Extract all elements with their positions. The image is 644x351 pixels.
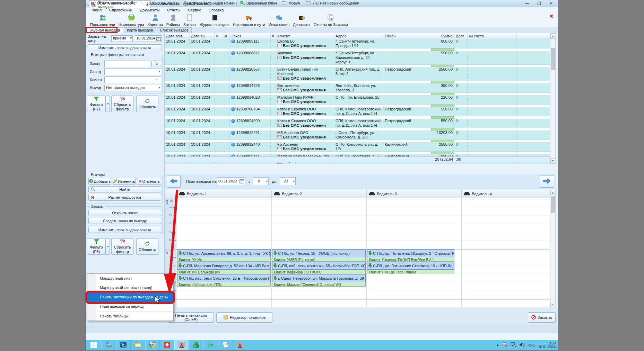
menu-item-print-receipts-day[interactable]: Печать квитанций по выездам за день xyxy=(87,292,173,302)
filter-f7-dropdown[interactable]: ▼ xyxy=(106,96,110,112)
trip-entry[interactable]: С-Пб, Маршала Говорова д. 52 оф 104 - ИП… xyxy=(177,262,271,274)
hour-from-select[interactable]: 0 xyxy=(253,177,269,185)
toolbar-incassation[interactable]: Инкассация xyxy=(267,14,291,27)
taskbar-agbis[interactable] xyxy=(174,340,189,350)
toolbar-order-reports[interactable]: Отчеты по Заказам xyxy=(312,14,350,27)
taskbar-chrome[interactable] xyxy=(145,340,160,350)
close-panel-button[interactable]: Закрыть xyxy=(528,312,556,323)
table-scrollbar[interactable]: ▲ ▼ xyxy=(550,33,556,164)
schedule-grid[interactable]: 5 00 1020304050 6 00 1020304050 7 00 С xyxy=(165,198,550,307)
filter-f8-button[interactable]: Фильтр (F8) xyxy=(87,238,106,255)
order-filter-input[interactable] xyxy=(104,61,150,67)
col-k[interactable]: К xyxy=(271,33,276,39)
table-row[interactable]: 10.01.2024 10.01.2024 12398814226 Вет. к… xyxy=(165,83,550,93)
route-calc-button[interactable]: Я Расчет маршрутов xyxy=(88,194,161,201)
client-filter-input[interactable] xyxy=(104,76,161,83)
find-trip-button[interactable]: Найти xyxy=(88,186,161,192)
status-messages[interactable]: ЛК: Нет новых сообщений xyxy=(313,1,359,5)
trip-entry[interactable]: С-Пб., пр. Пятилеток 10,корпус 2 - Стриж… xyxy=(367,249,454,262)
tray-expand-icon[interactable]: ▲ xyxy=(496,343,499,346)
change-term-button-bottom[interactable]: Изменить срок выдачи заказа xyxy=(88,227,161,233)
taskbar-notepad[interactable] xyxy=(218,340,233,350)
client-more-button[interactable]: ... xyxy=(155,77,158,81)
table-row[interactable]: 10.01.2024 10.01.2024 12398812491 МЗ Арс… xyxy=(165,130,550,140)
speaker-icon[interactable] xyxy=(519,342,524,348)
polygon-editor-button[interactable]: Редактор полигонов xyxy=(216,312,272,323)
col-address[interactable]: Адрес xyxy=(334,33,383,39)
table-row[interactable]: 10.01.2024 10.01.2024 12398820567 Бутик … xyxy=(165,67,550,81)
tray-clock[interactable]: 9:58 10.01.2024 xyxy=(538,341,556,349)
calendar-icon[interactable] xyxy=(240,179,244,184)
driver-1-header[interactable]: Водитель 1 xyxy=(176,190,271,198)
table-row[interactable]: 10.01.2024 10.01.2024 12398824999 Каток … xyxy=(165,119,550,128)
schedule-scroll-thumb[interactable] xyxy=(551,196,555,213)
taskbar-explorer[interactable] xyxy=(131,340,145,350)
trip-entry[interactable]: С-Пб., ул. Чехова, 15 - УМВД (Гос контр)… xyxy=(272,249,366,262)
cancel-trip-button[interactable]: ✕ Отменить xyxy=(137,178,161,185)
col-client[interactable]: Клиент xyxy=(276,33,334,39)
stock-filter-select[interactable] xyxy=(104,69,161,75)
change-term-button-top[interactable]: Изменить срок выдачи заказа xyxy=(88,44,162,51)
language-indicator[interactable]: РУС xyxy=(528,343,535,347)
toolbar-trip-journal[interactable]: Журнал выездов xyxy=(198,14,231,27)
toolbar-clients[interactable]: Клиенты xyxy=(146,14,165,27)
menu-help[interactable]: Справка xyxy=(206,8,227,12)
taskbar-powershell[interactable] xyxy=(116,340,131,350)
toolbar-deposits[interactable]: Депозиты xyxy=(291,14,312,27)
trip-entry[interactable]: С-Пб., наб. реки Смоленки, 25 Е - Лабора… xyxy=(177,274,271,287)
date-mode-select[interactable]: приема xyxy=(111,35,133,42)
status-forum[interactable]: Форум xyxy=(289,1,300,5)
tab-trip-journal[interactable]: Журнал выездов xyxy=(87,27,123,33)
toolbar-nomenclature[interactable]: Номенклатура xyxy=(117,14,146,27)
reset-filter-button-top[interactable]: Сбросить фильтр xyxy=(111,96,133,112)
network-icon[interactable] xyxy=(511,342,516,348)
print-receipts-button[interactable]: Печать квитанции (Ctrl+P) xyxy=(168,312,214,323)
minimize-button[interactable]: — xyxy=(525,1,529,6)
next-day-button[interactable] xyxy=(540,175,554,188)
close-button[interactable]: ✕ xyxy=(549,1,553,6)
col-date-measured[interactable]: Дата зам... xyxy=(165,33,190,39)
scroll-down-icon[interactable]: ▼ xyxy=(550,302,555,307)
scroll-up-icon[interactable]: ▲ xyxy=(550,34,555,39)
start-button[interactable] xyxy=(86,340,102,350)
toolbar-districts[interactable]: Районы xyxy=(165,14,182,27)
menu-service[interactable]: Сервис xyxy=(185,8,204,12)
table-scroll-thumb[interactable] xyxy=(551,48,555,70)
menu-item-trip-plan-period[interactable]: План выездов за период xyxy=(87,302,173,311)
refresh-button-top[interactable]: Обновить xyxy=(136,96,158,112)
tab-trip-list[interactable]: Список выездов xyxy=(157,27,191,33)
col-date-out[interactable]: Дата вы... xyxy=(190,33,215,39)
trip-entry[interactable]: С-Пб, наб. реки Фонтанки, 55 - Кафе-бар … xyxy=(272,262,366,274)
create-order-button[interactable]: Создать заказ по выезду xyxy=(88,218,161,224)
table-row[interactable]: 10.01.2024 10.01.2024 12398814020 Магази… xyxy=(165,95,550,105)
calendar-icon[interactable] xyxy=(156,36,161,42)
driver-4-header[interactable]: Водитель 4 xyxy=(461,190,550,198)
table-row[interactable]: 10.01.2024 10.01.2024 12398812440 КБ Арс… xyxy=(165,142,550,152)
taskbar-agbis-2[interactable] xyxy=(233,340,247,350)
table-row[interactable]: 10.01.2024 10.01.2024 12398809113 Школа … xyxy=(165,39,550,48)
scroll-down-icon[interactable]: ▼ xyxy=(550,158,555,163)
hour-to-select[interactable]: 23 xyxy=(280,177,296,185)
maximize-button[interactable]: ❐ xyxy=(537,1,541,6)
driver-2-header[interactable]: Водитель 2 xyxy=(271,190,366,198)
taskbar-toolbox[interactable] xyxy=(102,340,116,350)
scroll-up-icon[interactable]: ▲ xyxy=(550,190,555,195)
open-order-button[interactable]: Открыть заказ xyxy=(88,210,161,216)
col-order[interactable]: Заказ xyxy=(230,33,271,39)
taskbar-cubes[interactable] xyxy=(189,340,203,350)
trip-filter-select[interactable]: Нет фильтра выездов xyxy=(104,85,161,91)
reset-filter-button-bottom[interactable]: Сбросить фильтр xyxy=(111,238,133,255)
col-debt[interactable]: Долг xyxy=(454,33,468,39)
col-ch[interactable]: Ч xyxy=(215,33,222,39)
col-sh[interactable]: Ш xyxy=(222,33,230,39)
toolbar-waybills[interactable]: Накладные в пути xyxy=(231,14,267,27)
edit-trip-button[interactable]: Изменить xyxy=(113,178,136,185)
col-account[interactable]: № счета xyxy=(468,33,517,39)
taskbar-red-app[interactable] xyxy=(160,340,174,350)
toolbar-orders[interactable]: Заказы xyxy=(182,14,198,27)
table-row[interactable]: 10.01.2024 10.01.2024 12398808871 Чайхан… xyxy=(165,51,550,65)
refresh-button-bottom[interactable]: Обновить xyxy=(136,238,158,255)
filter-f8-dropdown[interactable]: ▼ xyxy=(106,238,110,255)
table-row[interactable]: 10.01.2024 10.01.2024 12398760704 Каток … xyxy=(165,107,550,116)
driver-3-header[interactable]: Водитель 3 xyxy=(366,190,461,198)
